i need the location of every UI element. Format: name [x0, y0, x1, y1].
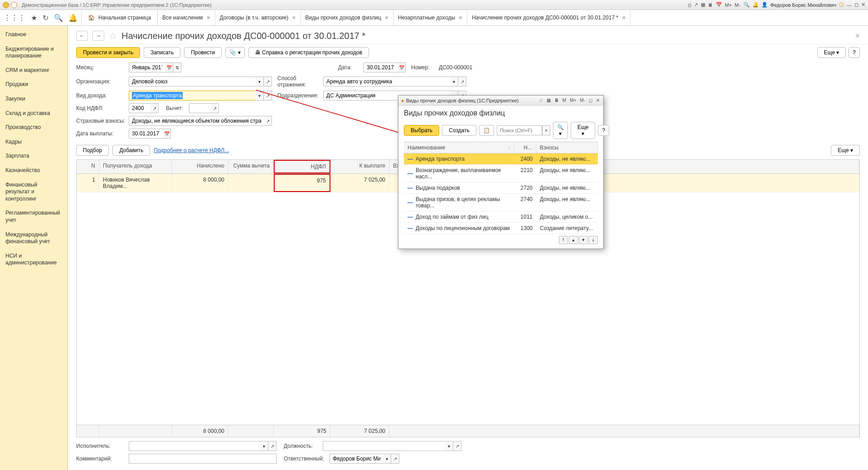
nav-icon[interactable]: ↗ [694, 2, 698, 8]
sidebar-item-main[interactable]: Главное [0, 28, 68, 42]
tab-contracts[interactable]: Договоры (в т.ч. авторские)× [215, 10, 301, 25]
popup-calc-icon[interactable]: 🖩 [553, 98, 560, 103]
popup-m-icon[interactable]: M [562, 98, 567, 103]
close-doc-icon[interactable]: × [855, 31, 860, 41]
tab-close-icon[interactable]: × [459, 14, 462, 21]
tab-close-icon[interactable]: × [207, 14, 210, 21]
notifications-icon[interactable]: 🔔 [68, 14, 78, 22]
open-icon[interactable]: ↗ [211, 103, 219, 113]
sidebar-item-purchases[interactable]: Закупки [0, 92, 68, 106]
post-and-close-button[interactable]: Провести и закрыть [76, 47, 140, 58]
paydate-input[interactable] [129, 129, 163, 139]
pick-button[interactable]: Подбор [76, 145, 109, 156]
tab-income-types[interactable]: Виды прочих доходов физлиц× [301, 10, 393, 25]
popup-close-icon[interactable]: ✕ [595, 98, 601, 103]
sidebar-item-treasury[interactable]: Казначейство [0, 163, 68, 178]
popup-restore-icon[interactable]: ◻ [588, 98, 593, 103]
home-tab[interactable]: 🏠 Начальная страница [82, 10, 158, 25]
popup-copy-button[interactable]: 📋 [479, 125, 494, 136]
dropdown-icon[interactable]: ▾ [260, 441, 268, 451]
star-icon[interactable]: ★ [31, 14, 37, 22]
popup-col-code[interactable]: Н... [514, 142, 536, 153]
popup-col-name[interactable]: Наименование↓ [404, 142, 514, 153]
tab-current-doc[interactable]: Начисление прочих доходов ДС00-000001 от… [467, 10, 630, 25]
responsible-input[interactable] [330, 454, 383, 464]
open-icon[interactable]: ↗ [264, 77, 272, 86]
list-item[interactable]: —Аренда транспорта 2400 Доходы, не являю… [404, 153, 598, 165]
close-icon[interactable]: ✕ [861, 2, 865, 8]
deduction-input[interactable] [189, 103, 211, 113]
user-name[interactable]: Федоров Борис Михайлович [771, 2, 836, 8]
dropdown-icon[interactable]: ▾ [383, 454, 391, 464]
col-ndfl[interactable]: НДФЛ [274, 160, 330, 173]
sidebar-item-hr[interactable]: Кадры [0, 135, 68, 149]
popup-select-button[interactable]: Выбрать [404, 125, 439, 136]
open-icon[interactable]: ↗ [458, 77, 466, 86]
month-input[interactable] [129, 62, 165, 72]
sidebar-item-nsi[interactable]: НСИ и администрирование [0, 249, 68, 270]
insurance-input[interactable] [129, 116, 264, 126]
clear-icon[interactable]: × [542, 125, 550, 135]
post-button[interactable]: Провести [184, 47, 222, 58]
col-recipient[interactable]: Получатель дохода [99, 160, 172, 173]
col-deduction[interactable]: Сумма вычета [228, 160, 274, 173]
popup-fav-icon[interactable]: ☆ [538, 98, 544, 103]
open-icon[interactable]: ↗ [150, 103, 159, 113]
calc-icon[interactable]: 🖩 [708, 2, 713, 8]
dropdown-icon[interactable]: ▾ [256, 77, 264, 86]
spinner-icon[interactable]: ⇅ [173, 62, 181, 72]
maximize-icon[interactable]: ◻ [854, 2, 858, 8]
sidebar-item-crm[interactable]: CRM и маркетинг [0, 63, 68, 78]
sidebar-item-intl[interactable]: Международный финансовый учет [0, 228, 68, 249]
more-button[interactable]: Еще ▾ [817, 47, 846, 58]
bell-icon[interactable]: 🔔 [752, 2, 759, 8]
tab-close-icon[interactable]: × [292, 14, 296, 21]
col-payout[interactable]: К выплате [330, 160, 389, 173]
list-item[interactable]: —Выдача призов, в целях рекламы товар...… [404, 194, 598, 211]
m-plus-icon[interactable]: M+ [725, 2, 732, 8]
favorite-star-icon[interactable]: ☆ [109, 30, 117, 41]
open-icon[interactable]: ↗ [268, 441, 276, 451]
col-accrued[interactable]: Начислено [172, 160, 228, 173]
table-more-button[interactable]: Еще ▾ [831, 145, 860, 156]
dropdown-icon[interactable]: ▾ [445, 441, 453, 451]
m-minus-icon[interactable]: M- [735, 2, 741, 8]
calendar-icon[interactable]: 📅 [163, 129, 171, 139]
comment-input[interactable] [129, 454, 276, 464]
popup-grid-icon[interactable]: ▦ [546, 98, 552, 103]
dropdown-icon[interactable]: ▾ [256, 91, 264, 101]
list-item[interactable]: —Доходы по лицензионным договорам 1300 С… [404, 223, 598, 234]
sidebar-item-regulated[interactable]: Регламентированный учет [0, 206, 68, 227]
nav-first-icon[interactable]: ⤒ [559, 236, 568, 244]
sidebar-item-production[interactable]: Производство [0, 120, 68, 135]
search-tool-icon[interactable]: 🔍 [54, 14, 63, 22]
forward-button[interactable]: → [92, 31, 104, 41]
income-type-input[interactable]: Аренда транспорта [129, 91, 256, 101]
popup-search-button[interactable]: 🔍 ▾ [553, 122, 568, 139]
open-icon[interactable]: ↗ [264, 91, 272, 101]
tab-non-salary[interactable]: Незарплатные доходы× [393, 10, 467, 25]
save-button[interactable]: Записать [144, 47, 180, 58]
apps-icon[interactable]: ⋮⋮⋮ [4, 14, 25, 22]
date-input[interactable] [364, 62, 398, 72]
nav-down-icon[interactable]: ▼ [579, 236, 588, 244]
popup-search-input[interactable] [497, 125, 542, 135]
back-button[interactable]: ← [76, 31, 88, 41]
print-reference-button[interactable]: 🖶 Справка о регистрации прочих доходов [248, 47, 369, 58]
info-icon[interactable]: ⓘ [839, 1, 844, 8]
attach-button[interactable]: 📎 ▾ [225, 47, 244, 58]
open-icon[interactable]: ↗ [391, 454, 399, 464]
grid-icon[interactable]: ▦ [701, 2, 705, 8]
popup-mminus-icon[interactable]: M- [579, 98, 586, 103]
list-item[interactable]: —Выдача подарков 2720 Доходы, не являю..… [404, 182, 598, 194]
add-button[interactable]: Добавить [112, 145, 150, 156]
popup-more-button[interactable]: Еще ▾ [571, 122, 595, 139]
tab-close-icon[interactable]: × [385, 14, 388, 21]
nav-last-icon[interactable]: ⤓ [589, 236, 598, 244]
org-input[interactable] [129, 77, 256, 86]
open-icon[interactable]: ↗ [453, 441, 461, 451]
nav-up-icon[interactable]: ▲ [569, 236, 578, 244]
ndfl-code-input[interactable] [129, 103, 150, 113]
reflect-input[interactable] [323, 77, 450, 86]
help-button[interactable]: ? [849, 47, 860, 58]
